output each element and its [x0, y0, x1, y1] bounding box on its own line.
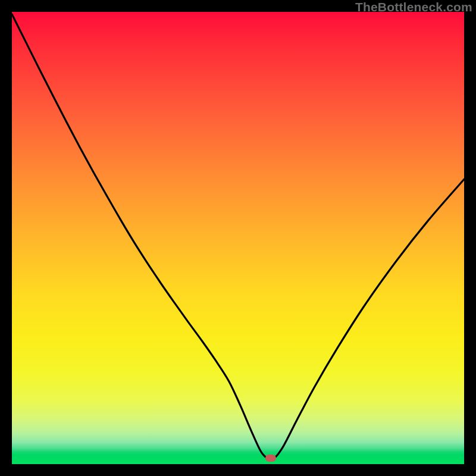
bottleneck-curve	[12, 12, 464, 464]
watermark-text: TheBottleneck.com	[355, 0, 472, 14]
optimal-marker	[265, 455, 276, 462]
chart-frame: TheBottleneck.com	[0, 0, 476, 476]
plot-area	[12, 12, 464, 464]
